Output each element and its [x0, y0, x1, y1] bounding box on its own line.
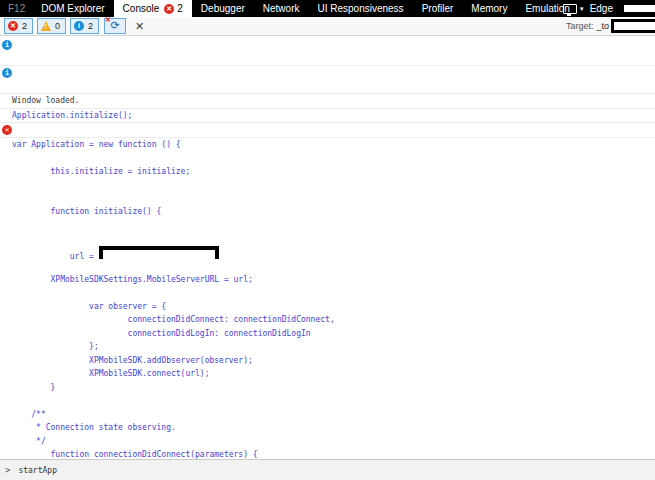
browser-target-label: Edge [590, 3, 613, 14]
tab-debugger[interactable]: Debugger [192, 0, 254, 17]
tab-profiler[interactable]: Profiler [413, 0, 463, 17]
redaction-box-target [611, 19, 655, 33]
tab-console[interactable]: Console ✕ 2 [114, 0, 192, 17]
code-line [0, 192, 655, 206]
code-line [0, 394, 655, 408]
clear-on-navigate-button[interactable]: ⟳ ✕ [104, 18, 126, 34]
code-line: XPMobileSDK.connect(url); [0, 367, 655, 381]
code-line: /** [0, 408, 655, 422]
code-line: XPMobileSDK.addObserver(observer); [0, 354, 655, 368]
tab-ui-responsiveness[interactable]: UI Responsiveness [308, 0, 412, 17]
code-line: */ [0, 435, 655, 449]
tab-dom-explorer[interactable]: DOM Explorer [32, 0, 113, 17]
error-filter-button[interactable]: ✕ 2 [4, 18, 33, 34]
code-line [0, 219, 655, 233]
warning-icon [41, 21, 51, 31]
code-line: function initialize() { [0, 205, 655, 219]
tab-network[interactable]: Network [254, 0, 309, 17]
target-value[interactable]: _to [596, 21, 609, 31]
tab-memory[interactable]: Memory [462, 0, 516, 17]
info-icon: i [2, 68, 12, 78]
chevron-down-icon[interactable]: ▼ [579, 6, 585, 12]
code-line: XPMobileSDKSettings.MobileServerURL = ur… [0, 273, 655, 287]
console-log: Window loaded. [12, 96, 79, 105]
console-error-count: 2 [177, 3, 183, 14]
console-entry: i HTML1300: Navigation occurred. File: 7… [0, 38, 655, 66]
device-screen-icon[interactable] [563, 4, 577, 14]
info-count: 2 [88, 21, 93, 31]
console-toolbar: ✕ 2 0 i 2 ⟳ ✕ ✕ Target: _to [0, 17, 655, 36]
console-code-block: var Application = new function () { this… [0, 138, 655, 461]
error-icon: ✕ [8, 21, 18, 31]
clear-on-navigate-icon: ⟳ [110, 19, 119, 31]
console-input[interactable]: startApp [18, 466, 57, 475]
warning-count: 0 [55, 21, 60, 31]
code-line: * Connection state observing. [0, 421, 655, 435]
code-line [0, 151, 655, 165]
redaction-box-url [99, 246, 219, 260]
info-icon: i [2, 40, 12, 50]
code-line [0, 178, 655, 192]
console-output: i HTML1300: Navigation occurred. File: 7… [0, 36, 655, 460]
console-code: Application.initialize(); [12, 111, 132, 120]
console-entry: ✕ Unable to get property 'addObserver' o… [0, 123, 655, 138]
info-filter-button[interactable]: i 2 [70, 18, 99, 34]
error-badge-icon: ✕ [164, 4, 174, 14]
code-line [0, 286, 655, 300]
f12-logo: F12 [0, 0, 32, 17]
code-line: } [0, 381, 655, 395]
warning-filter-button[interactable]: 0 [37, 18, 66, 34]
error-count: 2 [22, 21, 27, 31]
code-line: var observer = { [0, 300, 655, 314]
tabbar: F12 DOM Explorer Console ✕ 2 Debugger Ne… [0, 0, 655, 17]
clear-console-button[interactable]: ✕ [135, 19, 144, 33]
code-line-url: url = [0, 246, 655, 260]
console-entry: i HTML1202: is running in Compatibility … [0, 66, 655, 94]
console-entry: Application.initialize(); [0, 109, 655, 124]
code-line [0, 259, 655, 273]
info-icon: i [74, 21, 84, 31]
prompt-icon: > [5, 465, 10, 475]
error-icon: ✕ [2, 125, 12, 135]
code-line: this.initialize = initialize; [0, 165, 655, 179]
console-entry: Window loaded. [0, 94, 655, 109]
code-line: }; [0, 340, 655, 354]
console-input-row[interactable]: > startApp [0, 459, 655, 480]
target-label: Target: [566, 21, 594, 31]
code-line [0, 232, 655, 246]
code-line: connectionDidConnect: connectionDidConne… [0, 313, 655, 327]
code-line: connectionDidLogIn: connectionDidLogIn [0, 327, 655, 341]
code-line: var Application = new function () { [0, 138, 655, 152]
devtools-window: F12 DOM Explorer Console ✕ 2 Debugger Ne… [0, 0, 655, 480]
redaction-box-tabbar [621, 2, 655, 15]
